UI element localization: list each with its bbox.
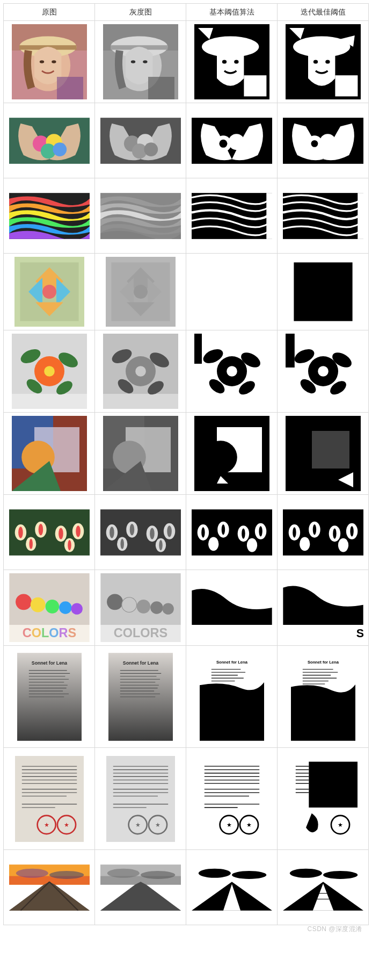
- svg-rect-50: [358, 193, 363, 239]
- lena-basic-threshold: [189, 24, 274, 99]
- table-row: [4, 850, 369, 925]
- svg-point-294: [107, 868, 139, 877]
- abstract-original: [7, 416, 91, 491]
- waves-iter-threshold: [281, 182, 365, 250]
- svg-point-75: [44, 366, 55, 377]
- lena-original: [7, 24, 91, 99]
- svg-text:★: ★: [135, 822, 140, 828]
- svg-point-305: [323, 870, 358, 878]
- svg-point-125: [29, 538, 32, 549]
- svg-point-173: [121, 597, 136, 612]
- svg-point-150: [242, 528, 245, 538]
- macarons-iter-threshold: [281, 106, 365, 175]
- svg-point-123: [76, 525, 81, 537]
- svg-rect-67: [294, 262, 352, 321]
- svg-point-83: [135, 366, 146, 377]
- wall-basic-threshold: [189, 853, 274, 921]
- svg-rect-273: [309, 761, 358, 807]
- wall-iter-threshold: [281, 853, 365, 921]
- svg-rect-49: [283, 193, 363, 239]
- table-row: ★ ★ ★ ★: [4, 748, 369, 850]
- svg-point-119: [38, 523, 43, 535]
- svg-point-121: [59, 528, 63, 539]
- svg-rect-224: [15, 756, 84, 842]
- svg-point-5: [39, 60, 43, 63]
- table-row: [4, 330, 369, 413]
- svg-point-64: [134, 285, 148, 299]
- colors-basic-threshold: [189, 573, 274, 642]
- svg-rect-114: [312, 431, 349, 469]
- watermark-text: CSDN @深度混淆: [307, 925, 362, 934]
- comparison-table: 原图 灰度图 基本阈值算法 迭代最佳阈值: [3, 3, 369, 925]
- svg-point-157: [300, 537, 310, 551]
- tiles-original: [7, 257, 91, 327]
- svg-text:COLORS: COLORS: [22, 626, 76, 640]
- colors-iter-threshold: S: [281, 573, 365, 642]
- svg-text:Sonnet for Lena: Sonnet for Lena: [31, 660, 67, 666]
- svg-point-300: [232, 870, 266, 878]
- svg-point-138: [120, 538, 123, 549]
- waves-original: [7, 182, 91, 250]
- svg-rect-47: [192, 193, 272, 239]
- svg-point-286: [16, 868, 48, 877]
- table-row: [4, 254, 369, 330]
- svg-point-299: [198, 868, 230, 877]
- svg-rect-20: [244, 75, 266, 96]
- tiles-iter-threshold: [281, 257, 365, 327]
- tulips-basic-threshold: [189, 498, 274, 566]
- table-row: [4, 21, 369, 103]
- header-original: 原图: [4, 4, 95, 21]
- svg-point-18: [222, 60, 226, 64]
- svg-point-147: [246, 538, 257, 552]
- flower-original: [7, 334, 91, 409]
- svg-rect-7: [57, 77, 83, 99]
- svg-point-165: [30, 597, 45, 612]
- abstract-gray: [98, 416, 183, 491]
- svg-point-159: [293, 527, 296, 537]
- svg-rect-183: [283, 625, 363, 642]
- svg-point-295: [141, 870, 175, 878]
- table-row: [4, 413, 369, 495]
- svg-text:COLORS: COLORS: [113, 626, 167, 640]
- tiles-basic-threshold: [189, 257, 274, 327]
- sonnet-iter-threshold: Sonnet for Lena: [281, 649, 365, 744]
- svg-rect-77: [103, 394, 178, 409]
- svg-point-136: [167, 525, 172, 537]
- svg-text:★: ★: [246, 822, 252, 828]
- lena-iter-threshold: [281, 24, 365, 99]
- header-iter-thr: 迭代最佳阈值: [278, 4, 369, 21]
- header-basic-thr: 基本阈值算法: [186, 4, 278, 21]
- svg-point-19: [234, 60, 238, 64]
- tulips-original: [7, 498, 91, 566]
- wall-gray: [98, 853, 183, 921]
- svg-point-117: [18, 527, 23, 538]
- svg-point-44: [311, 140, 318, 147]
- abstract-basic-threshold: [189, 416, 274, 491]
- svg-marker-297: [100, 882, 181, 911]
- svg-point-23: [313, 60, 317, 64]
- waves-gray: [98, 182, 183, 250]
- svg-point-98: [318, 366, 329, 377]
- svg-point-151: [259, 526, 262, 536]
- svg-point-127: [68, 539, 71, 550]
- table-row: [4, 495, 369, 570]
- svg-point-168: [71, 603, 82, 614]
- svg-point-148: [201, 527, 205, 537]
- table-row: [4, 178, 369, 254]
- svg-point-162: [350, 526, 353, 536]
- svg-point-164: [16, 594, 32, 610]
- svg-rect-48: [266, 193, 272, 239]
- svg-point-304: [289, 868, 322, 877]
- lena-gray: [98, 24, 183, 99]
- colors-gray: COLORS: [98, 573, 183, 642]
- svg-point-130: [110, 527, 114, 538]
- svg-rect-25: [335, 75, 358, 96]
- svg-text:Sonnet for Lena: Sonnet for Lena: [216, 659, 247, 664]
- svg-point-167: [59, 601, 71, 614]
- svg-rect-99: [286, 334, 295, 367]
- macarons-original: [7, 106, 91, 175]
- doc-gray: ★ ★: [98, 751, 183, 846]
- svg-point-6: [52, 60, 56, 63]
- svg-text:Sonnet for Lena: Sonnet for Lena: [122, 660, 158, 666]
- svg-point-30: [53, 142, 67, 156]
